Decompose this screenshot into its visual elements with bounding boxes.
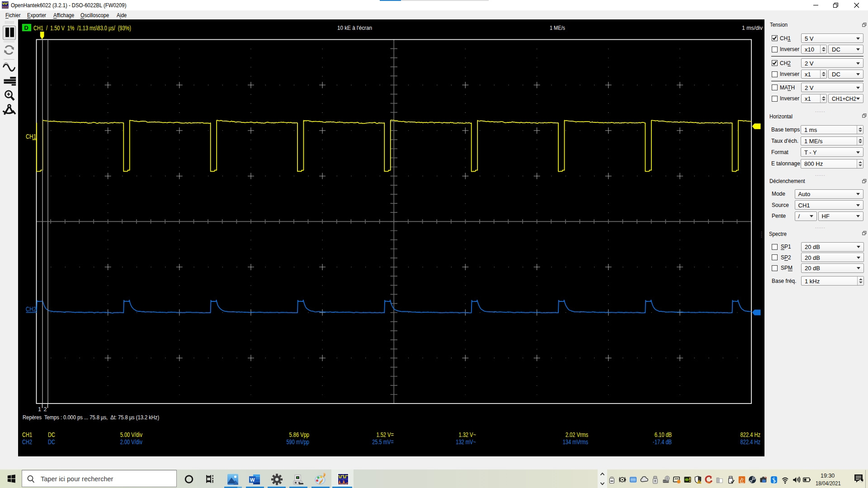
svg-text:W: W xyxy=(250,477,255,483)
